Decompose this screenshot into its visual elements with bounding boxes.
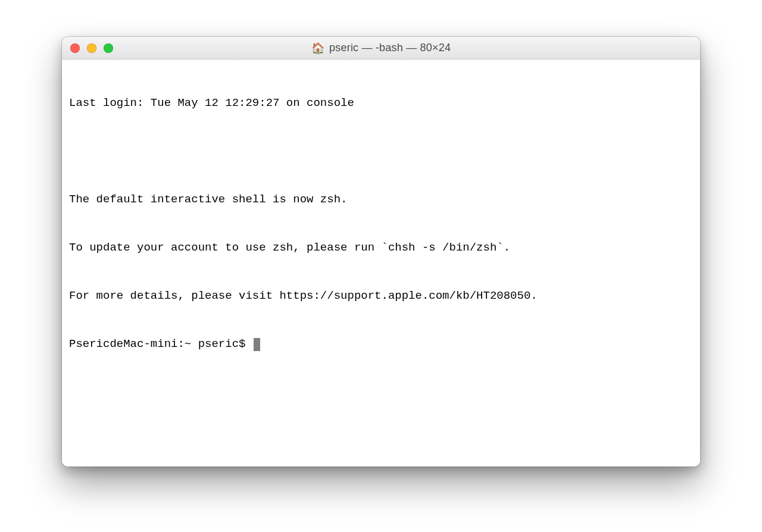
zoom-button[interactable]	[104, 43, 113, 53]
prompt-line[interactable]: PsericdeMac-mini:~ pseric$	[69, 336, 693, 352]
terminal-window: 🏠 pseric — -bash — 80×24 Last login: Tue…	[62, 37, 700, 467]
terminal-line: Last login: Tue May 12 12:29:27 on conso…	[69, 95, 693, 111]
window-title: pseric — -bash — 80×24	[329, 42, 451, 54]
traffic-lights	[70, 43, 113, 53]
minimize-button[interactable]	[87, 43, 96, 53]
stage: 🏠 pseric — -bash — 80×24 Last login: Tue…	[0, 0, 762, 532]
close-button[interactable]	[70, 43, 80, 53]
window-title-area: 🏠 pseric — -bash — 80×24	[311, 42, 451, 54]
home-icon: 🏠	[311, 43, 324, 54]
terminal-line: To update your account to use zsh, pleas…	[69, 240, 693, 256]
terminal-line: For more details, please visit https://s…	[69, 288, 693, 304]
cursor	[254, 338, 260, 351]
titlebar[interactable]: 🏠 pseric — -bash — 80×24	[62, 37, 700, 60]
terminal-line	[69, 143, 693, 159]
terminal-line: The default interactive shell is now zsh…	[69, 192, 693, 208]
terminal-body[interactable]: Last login: Tue May 12 12:29:27 on conso…	[62, 60, 700, 467]
prompt-text: PsericdeMac-mini:~ pseric$	[69, 336, 252, 352]
